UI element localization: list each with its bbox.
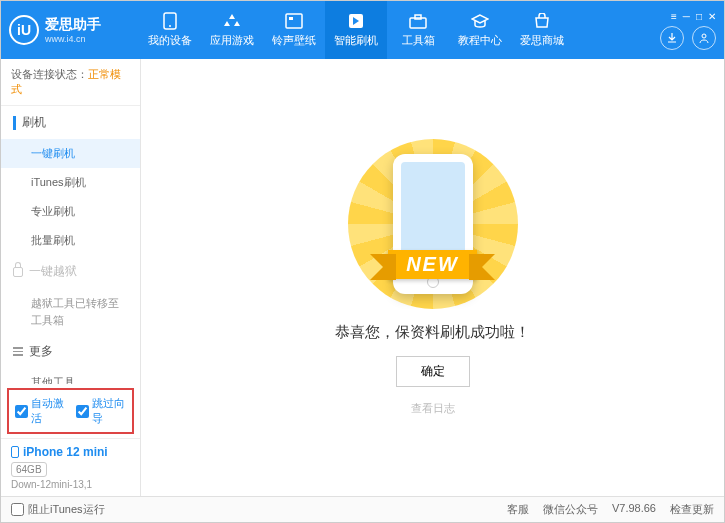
user-icon[interactable] (692, 26, 716, 50)
phone-small-icon (11, 446, 19, 458)
svg-point-7 (702, 34, 706, 38)
svg-point-1 (169, 25, 171, 27)
storage-badge: 64GB (11, 462, 47, 477)
logo-area: iU 爱思助手 www.i4.cn (9, 15, 139, 45)
logo-icon: iU (9, 15, 39, 45)
top-nav: 我的设备 应用游戏 铃声壁纸 智能刷机 工具箱 教程中心 爱思商城 (139, 1, 660, 59)
download-icon[interactable] (660, 26, 684, 50)
lock-icon (13, 267, 23, 277)
ok-button[interactable]: 确定 (396, 356, 470, 387)
success-graphic: NEW (358, 139, 508, 309)
maximize-icon[interactable]: □ (696, 11, 702, 22)
svg-rect-3 (289, 17, 293, 20)
menu-icon[interactable]: ≡ (671, 11, 677, 22)
nav-flash[interactable]: 智能刷机 (325, 1, 387, 59)
device-sub: Down-12mini-13,1 (11, 479, 130, 490)
nav-my-device[interactable]: 我的设备 (139, 1, 201, 59)
tutorial-icon (470, 12, 490, 30)
phone-icon (160, 12, 180, 30)
link-update[interactable]: 检查更新 (670, 502, 714, 517)
minimize-icon[interactable]: ─ (683, 11, 690, 22)
sidebar: 设备连接状态：正常模式 刷机 一键刷机 iTunes刷机 专业刷机 批量刷机 一… (1, 59, 141, 496)
device-info[interactable]: iPhone 12 mini 64GB Down-12mini-13,1 (1, 438, 140, 496)
check-skip-wizard[interactable]: 跳过向导 (76, 396, 127, 426)
options-box: 自动激活 跳过向导 (7, 388, 134, 434)
flash-icon (346, 12, 366, 30)
success-message: 恭喜您，保资料刷机成功啦！ (335, 323, 530, 342)
app-header: iU 爱思助手 www.i4.cn 我的设备 应用游戏 铃声壁纸 智能刷机 工具… (1, 1, 724, 59)
check-auto-activate[interactable]: 自动激活 (15, 396, 66, 426)
footer: 阻止iTunes运行 客服 微信公众号 V7.98.66 检查更新 (1, 496, 724, 522)
link-wechat[interactable]: 微信公众号 (543, 502, 598, 517)
menu-lines-icon (13, 347, 23, 356)
svg-rect-2 (286, 14, 302, 28)
nav-ringtone[interactable]: 铃声壁纸 (263, 1, 325, 59)
app-name: 爱思助手 (45, 16, 101, 34)
cat-jailbreak: 一键越狱 (1, 255, 140, 288)
link-service[interactable]: 客服 (507, 502, 529, 517)
item-other-tools[interactable]: 其他工具 (1, 368, 140, 384)
window-controls: ≡ ─ □ ✕ (671, 11, 716, 22)
jailbreak-note: 越狱工具已转移至工具箱 (1, 288, 140, 335)
close-icon[interactable]: ✕ (708, 11, 716, 22)
cat-flash[interactable]: 刷机 (1, 106, 140, 139)
store-icon (532, 12, 552, 30)
wallpaper-icon (284, 12, 304, 30)
item-oneclick-flash[interactable]: 一键刷机 (1, 139, 140, 168)
cat-more[interactable]: 更多 (1, 335, 140, 368)
device-status: 设备连接状态：正常模式 (1, 59, 140, 106)
toolbox-icon (408, 12, 428, 30)
view-log-link[interactable]: 查看日志 (411, 401, 455, 416)
svg-rect-6 (415, 15, 421, 19)
item-pro-flash[interactable]: 专业刷机 (1, 197, 140, 226)
nav-tutorial[interactable]: 教程中心 (449, 1, 511, 59)
nav-store[interactable]: 爱思商城 (511, 1, 573, 59)
version-text: V7.98.66 (612, 502, 656, 517)
app-url: www.i4.cn (45, 34, 101, 44)
new-ribbon: NEW (388, 250, 477, 279)
item-batch-flash[interactable]: 批量刷机 (1, 226, 140, 255)
main-content: NEW 恭喜您，保资料刷机成功啦！ 确定 查看日志 (141, 59, 724, 496)
block-itunes-check[interactable]: 阻止iTunes运行 (11, 502, 105, 517)
nav-apps[interactable]: 应用游戏 (201, 1, 263, 59)
nav-toolbox[interactable]: 工具箱 (387, 1, 449, 59)
item-itunes-flash[interactable]: iTunes刷机 (1, 168, 140, 197)
apps-icon (222, 12, 242, 30)
